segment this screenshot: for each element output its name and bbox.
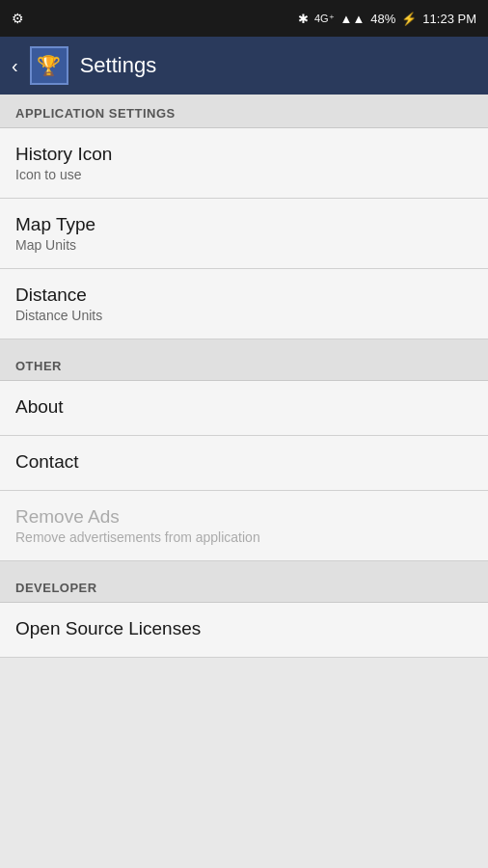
setting-subtitle-map-type: Map Units [15, 237, 473, 253]
section-header-text: APPLICATION SETTINGS [15, 106, 176, 121]
app-icon-emoji: 🏆 [37, 54, 61, 77]
page-title: Settings [80, 53, 157, 78]
section-spacer [0, 561, 488, 569]
setting-title-contact: Contact [15, 451, 473, 473]
bluetooth-icon: ✱ [298, 12, 309, 26]
setting-item-remove-ads: Remove AdsRemove advertisements from app… [0, 491, 488, 561]
status-bar: ⚙ ✱ 4G⁺ ▲▲ 48% ⚡ 11:23 PM [0, 0, 488, 37]
setting-item-history-icon[interactable]: History IconIcon to use [0, 128, 488, 199]
setting-item-open-source[interactable]: Open Source Licenses [0, 603, 488, 658]
app-bar: ‹ 🏆 Settings [0, 37, 488, 95]
setting-item-about[interactable]: About [0, 381, 488, 436]
section-header-other: OTHER [0, 347, 488, 381]
setting-title-history-icon: History Icon [15, 144, 473, 165]
section-header-text: DEVELOPER [15, 581, 97, 595]
usb-icon: ⚙ [12, 11, 24, 26]
battery-icon: ⚡ [401, 12, 417, 26]
section-spacer [0, 339, 488, 347]
section-header-developer: DEVELOPER [0, 569, 488, 603]
signal-icon: ▲▲ [340, 12, 366, 26]
section-header-text: OTHER [15, 359, 62, 373]
back-button[interactable]: ‹ [12, 55, 18, 77]
settings-content: APPLICATION SETTINGSHistory IconIcon to … [0, 95, 488, 658]
setting-title-about: About [15, 396, 473, 418]
battery-percent: 48% [370, 12, 395, 26]
lte-icon: 4G⁺ [314, 13, 335, 25]
setting-subtitle-history-icon: Icon to use [15, 167, 473, 182]
section-header-application-settings: APPLICATION SETTINGS [0, 95, 488, 128]
setting-subtitle-remove-ads: Remove advertisements from application [15, 529, 473, 545]
setting-title-remove-ads: Remove Ads [15, 506, 473, 528]
setting-item-map-type[interactable]: Map TypeMap Units [0, 199, 488, 269]
app-icon: 🏆 [30, 46, 68, 85]
setting-item-distance[interactable]: DistanceDistance Units [0, 269, 488, 339]
setting-title-open-source: Open Source Licenses [15, 618, 473, 639]
setting-item-contact[interactable]: Contact [0, 436, 488, 491]
status-left: ⚙ [12, 11, 24, 26]
status-right: ✱ 4G⁺ ▲▲ 48% ⚡ 11:23 PM [298, 12, 476, 26]
setting-title-map-type: Map Type [15, 214, 473, 235]
setting-subtitle-distance: Distance Units [15, 308, 473, 323]
setting-title-distance: Distance [15, 285, 473, 306]
time-text: 11:23 PM [422, 12, 476, 26]
